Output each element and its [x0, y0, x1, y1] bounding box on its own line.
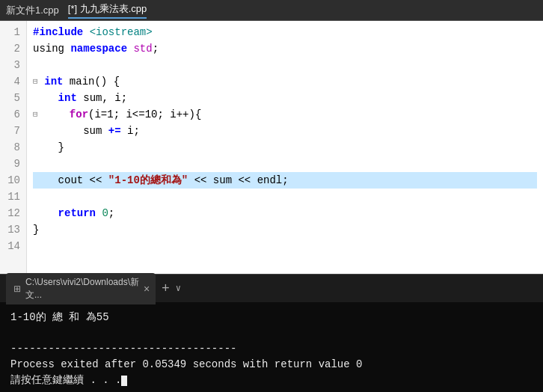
terminal-tab-label: C:\Users\vivi2\Downloads\新文...	[25, 276, 139, 301]
code-line: sum += i;	[33, 123, 537, 139]
code-line	[33, 57, 537, 73]
code-line: return 0;	[33, 205, 537, 221]
line-number: 12	[6, 205, 20, 221]
code-line: using namespace std;	[33, 40, 537, 57]
code-line: int sum, i;	[33, 90, 537, 106]
tab-new-file[interactable]: 新文件1.cpp	[6, 4, 59, 17]
line-number: 13	[6, 221, 20, 238]
code-editor: 1234567891011121314 #include <iostream>u…	[0, 21, 543, 274]
line-number: 14	[6, 238, 20, 254]
terminal-tab-bar: ⊞ C:\Users\vivi2\Downloads\新文... × + ∨	[0, 274, 543, 302]
line-number: 4	[6, 73, 20, 90]
title-bar: 新文件1.cpp [*] 九九乘法表.cpp	[0, 0, 543, 21]
fold-icon[interactable]: ⊟	[33, 73, 43, 90]
tab-multiplication[interactable]: [*] 九九乘法表.cpp	[68, 2, 147, 19]
code-line	[33, 189, 537, 205]
terminal-icon: ⊞	[13, 284, 21, 294]
code-line	[33, 238, 537, 254]
code-line: #include <iostream>	[33, 24, 537, 40]
terminal-tab[interactable]: ⊞ C:\Users\vivi2\Downloads\新文... ×	[6, 273, 156, 304]
line-number: 1	[6, 24, 20, 40]
code-content[interactable]: #include <iostream>using namespace std;⊟…	[27, 21, 543, 274]
line-number: 3	[6, 57, 20, 73]
line-number: 9	[6, 156, 20, 172]
terminal-output-3: ------------------------------------	[10, 341, 533, 357]
terminal-body: 1-10的 總 和 為55 --------------------------…	[0, 302, 543, 392]
code-line: cout << "1-10的總和為" << sum << endl;	[33, 172, 537, 189]
code-line: }	[33, 139, 537, 156]
terminal-output-2	[10, 325, 533, 341]
line-number: 6	[6, 106, 20, 123]
line-number: 5	[6, 90, 20, 106]
code-line	[33, 156, 537, 172]
line-number: 10	[6, 172, 20, 189]
line-number: 7	[6, 123, 20, 139]
terminal-output-1: 1-10的 總 和 為55	[10, 310, 533, 325]
terminal-output-4: Process exited after 0.05349 seconds wit…	[10, 357, 533, 373]
line-number: 8	[6, 139, 20, 156]
terminal-output-5: 請按任意鍵繼續 . . .	[10, 373, 533, 388]
code-line: }	[33, 221, 537, 238]
line-number: 2	[6, 40, 20, 57]
line-numbers: 1234567891011121314	[0, 21, 27, 274]
fold-icon[interactable]: ⊟	[33, 106, 43, 123]
line-number: 11	[6, 189, 20, 205]
terminal-chevron-icon[interactable]: ∨	[176, 283, 181, 294]
terminal-cursor	[121, 376, 127, 386]
terminal-close-icon[interactable]: ×	[144, 284, 150, 294]
terminal-add-icon[interactable]: +	[162, 281, 170, 296]
code-line: ⊟ int main() {	[33, 73, 537, 90]
code-line: ⊟ for(i=1; i<=10; i++){	[33, 106, 537, 123]
